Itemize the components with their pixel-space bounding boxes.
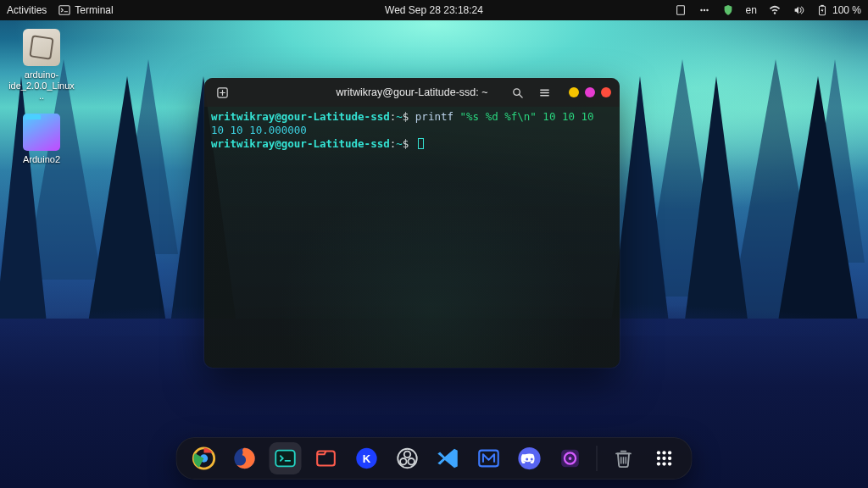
svg-rect-11 — [59, 6, 70, 15]
more-icon[interactable] — [698, 4, 710, 16]
active-app-indicator[interactable]: Terminal — [58, 4, 113, 16]
new-tab-button[interactable] — [213, 83, 231, 102]
svg-point-43 — [668, 457, 671, 460]
svg-rect-24 — [317, 452, 335, 466]
dock-item-trash[interactable] — [608, 442, 640, 474]
prompt-symbol: $ — [403, 110, 409, 123]
svg-text:K: K — [363, 452, 371, 465]
desktop-icon-arduino-ide[interactable]: arduino-ide_2.0.0_Linux.. — [8, 29, 75, 102]
prompt-user: writwikray@gour-Latitude-ssd — [211, 137, 390, 150]
battery-text: 100 % — [832, 4, 861, 16]
svg-point-34 — [531, 458, 533, 460]
dock-item-software[interactable] — [554, 442, 587, 474]
svg-point-13 — [700, 9, 702, 11]
dock-item-terminal[interactable] — [270, 442, 302, 474]
svg-point-33 — [526, 458, 528, 460]
clock[interactable]: Wed Sep 28 23:18:24 — [385, 4, 483, 16]
battery-indicator[interactable]: 100 % — [816, 4, 861, 16]
maximize-button[interactable] — [585, 87, 595, 97]
prompt-path: ~ — [396, 137, 403, 150]
search-button[interactable] — [508, 83, 526, 102]
desktop-icons: arduino-ide_2.0.0_Linux.. Arduino2 — [8, 29, 75, 177]
desktop-icon-arduino2-folder[interactable]: Arduino2 — [8, 114, 75, 165]
command-name: printf — [415, 110, 453, 123]
terminal-titlebar[interactable]: writwikray@gour-Latitude-ssd: ~ — [204, 78, 620, 107]
dock-item-show-apps[interactable] — [648, 442, 681, 474]
dock-item-chrome[interactable] — [188, 442, 220, 474]
command-tail-args: 10 10 10 — [537, 110, 594, 123]
svg-point-38 — [657, 451, 660, 454]
wifi-icon[interactable] — [769, 4, 781, 16]
command-string-arg: "%s %d %f\n" — [460, 110, 537, 123]
terminal-cursor — [418, 138, 424, 149]
prompt-path: ~ — [396, 110, 403, 123]
svg-point-15 — [706, 9, 708, 11]
minimize-button[interactable] — [569, 87, 579, 97]
svg-rect-23 — [275, 451, 295, 467]
file-icon — [23, 29, 60, 66]
terminal-title: writwikray@gour-Latitude-ssd: ~ — [336, 86, 487, 98]
volume-icon[interactable] — [793, 4, 804, 16]
battery-icon — [816, 4, 828, 16]
window-controls — [569, 87, 611, 97]
active-app-label: Terminal — [75, 4, 113, 16]
command-output: 10 10 10.000000 — [211, 124, 307, 136]
activities-label: Activities — [7, 4, 47, 16]
svg-point-45 — [662, 462, 665, 465]
svg-point-37 — [569, 457, 572, 460]
hamburger-menu-button[interactable] — [535, 83, 554, 102]
language-indicator[interactable]: en — [746, 4, 757, 16]
svg-point-29 — [400, 458, 407, 465]
svg-rect-17 — [821, 5, 824, 6]
prompt-user: writwikray@gour-Latitude-ssd — [211, 110, 390, 123]
svg-point-42 — [662, 457, 665, 460]
dock: K — [176, 437, 693, 480]
svg-rect-31 — [479, 451, 498, 467]
svg-rect-12 — [676, 6, 684, 15]
activities-button[interactable]: Activities — [7, 4, 47, 16]
prompt-symbol: $ — [403, 137, 409, 150]
clock-text: Wed Sep 28 23:18:24 — [385, 4, 483, 16]
language-label: en — [746, 4, 757, 16]
desktop-icon-label: arduino-ide_2.0.0_Linux.. — [8, 69, 75, 102]
svg-point-44 — [657, 462, 660, 465]
svg-point-14 — [703, 9, 704, 11]
terminal-icon — [58, 4, 70, 16]
svg-point-40 — [668, 451, 671, 454]
dock-item-discord[interactable] — [514, 442, 546, 474]
dock-item-obs[interactable] — [392, 442, 424, 474]
folder-icon — [23, 114, 60, 151]
terminal-body[interactable]: writwikray@gour-Latitude-ssd:~$ printf "… — [204, 107, 620, 368]
dock-separator — [597, 446, 598, 471]
dock-item-kdenlive[interactable]: K — [351, 442, 383, 474]
dock-item-vscode[interactable] — [432, 442, 465, 474]
dock-item-files[interactable] — [310, 442, 342, 474]
dock-item-mega[interactable] — [473, 442, 505, 474]
svg-point-46 — [668, 462, 671, 465]
svg-point-28 — [404, 452, 411, 458]
tray-indicator-icon[interactable] — [675, 4, 687, 16]
close-button[interactable] — [601, 87, 611, 97]
desktop-icon-label: Arduino2 — [23, 154, 60, 165]
top-bar: Activities Terminal Wed Sep 28 23:18:24 … — [0, 0, 868, 20]
svg-point-41 — [657, 457, 660, 460]
svg-point-30 — [408, 458, 415, 465]
shield-icon[interactable] — [722, 4, 734, 16]
terminal-window[interactable]: writwikray@gour-Latitude-ssd: ~ writwikr… — [204, 78, 620, 368]
dock-item-firefox[interactable] — [229, 442, 261, 474]
svg-point-39 — [662, 451, 665, 454]
